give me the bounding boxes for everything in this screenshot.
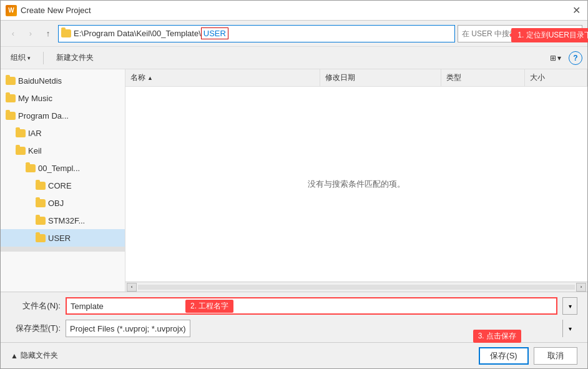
sidebar-item-keil[interactable]: Keil bbox=[1, 142, 125, 159]
address-bar: ‹ › ↑ E:\Program Data\Keil\00_Template\U… bbox=[1, 21, 587, 47]
sidebar-item-core[interactable]: CORE bbox=[1, 177, 125, 194]
sidebar: BaiduNetdis My Music Program Da... IAR K… bbox=[1, 69, 125, 292]
footer-row: ▲ 隐藏文件夹 3. 点击保存 保存(S) 取消 bbox=[1, 342, 587, 368]
sort-icon: ▲ bbox=[147, 75, 153, 81]
toolbar-row: 组织 ▾ 新建文件夹 ⊞ ▾ ? bbox=[1, 47, 587, 69]
filename-row: 文件名(N): ▾ 2. 工程名字 bbox=[11, 297, 577, 315]
sidebar-item-label: Keil bbox=[28, 146, 42, 155]
address-path: E:\Program Data\Keil\00_Template\USER bbox=[74, 29, 452, 38]
chevron-down-icon-view: ▾ bbox=[557, 54, 561, 62]
view-icon: ⊞ bbox=[550, 54, 556, 62]
address-pre: E:\Program Data\Keil\00_Template\ bbox=[74, 29, 201, 38]
main-area: BaiduNetdis My Music Program Da... IAR K… bbox=[1, 69, 587, 292]
scroll-right-button[interactable]: › bbox=[576, 283, 586, 292]
cancel-button[interactable]: 取消 bbox=[534, 347, 577, 365]
file-panel: 名称 ▲ 修改日期 类型 大小 没有与搜索条件匹配的项。 ‹ bbox=[125, 69, 587, 292]
sidebar-item-label: My Music bbox=[18, 94, 52, 103]
sidebar-item-label: OBJ bbox=[48, 199, 64, 208]
sidebar-item-label: BaiduNetdis bbox=[18, 76, 62, 86]
view-button[interactable]: ⊞ ▾ bbox=[546, 50, 565, 66]
app-icon: W bbox=[6, 5, 17, 16]
sidebar-item-iar[interactable]: IAR bbox=[1, 124, 125, 142]
sidebar-item-label: IAR bbox=[28, 129, 42, 138]
folder-icon bbox=[6, 94, 16, 102]
sidebar-item-label: USER bbox=[48, 234, 71, 243]
up-button[interactable]: ↑ bbox=[41, 26, 56, 41]
folder-icon bbox=[6, 77, 16, 85]
folder-icon bbox=[36, 234, 46, 242]
sidebar-item-label: CORE bbox=[48, 181, 72, 190]
annotation-2: 2. 工程名字 bbox=[185, 300, 233, 313]
sidebar-item-label: STM32F... bbox=[48, 216, 85, 225]
save-button[interactable]: 保存(S) bbox=[479, 347, 529, 365]
empty-message: 没有与搜索条件匹配的项。 bbox=[125, 87, 587, 282]
sidebar-item-label: Program Da... bbox=[18, 111, 69, 121]
folder-icon bbox=[36, 199, 46, 207]
address-highlight: USER bbox=[201, 27, 228, 39]
action-buttons: 3. 点击保存 保存(S) 取消 bbox=[479, 347, 577, 365]
annotation-1: 1. 定位到USER目录下 bbox=[511, 28, 588, 42]
sidebar-item-stm32f[interactable]: STM32F... bbox=[1, 212, 125, 229]
scroll-left-button[interactable]: ‹ bbox=[127, 283, 137, 292]
chevron-up-icon: ▲ bbox=[11, 352, 18, 360]
filetype-select[interactable]: Project Files (*.uvproj; *.uvprojx) bbox=[66, 320, 190, 337]
scroll-track bbox=[138, 285, 575, 290]
separator bbox=[43, 52, 44, 64]
sidebar-item-obj[interactable]: OBJ bbox=[1, 194, 125, 212]
filetype-dropdown-arrow: ▾ bbox=[562, 320, 577, 337]
forward-button[interactable]: › bbox=[23, 26, 38, 41]
sidebar-item-label: 00_Templ... bbox=[38, 164, 80, 173]
folder-icon bbox=[16, 147, 26, 155]
col-date[interactable]: 修改日期 bbox=[320, 69, 441, 86]
folder-icon bbox=[61, 29, 71, 37]
filetype-label: 保存类型(T): bbox=[11, 323, 61, 334]
annotation-3: 3. 点击保存 bbox=[473, 330, 521, 343]
new-folder-button[interactable]: 新建文件夹 bbox=[51, 50, 99, 66]
sidebar-item-program-da[interactable]: Program Da... bbox=[1, 107, 125, 124]
sidebar-item-baidunetdis[interactable]: BaiduNetdis bbox=[1, 72, 125, 89]
organize-button[interactable]: 组织 ▾ bbox=[6, 50, 36, 66]
address-box[interactable]: E:\Program Data\Keil\00_Template\USER 1.… bbox=[58, 25, 455, 42]
sidebar-item-user[interactable]: USER bbox=[1, 229, 125, 247]
folder-icon bbox=[26, 164, 36, 172]
filename-label: 文件名(N): bbox=[11, 300, 61, 312]
chevron-down-icon: ▾ bbox=[27, 55, 31, 61]
help-button[interactable]: ? bbox=[569, 51, 582, 65]
dialog-window: W Create New Project ✕ ‹ › ↑ E:\Program … bbox=[0, 0, 588, 369]
back-button[interactable]: ‹ bbox=[6, 26, 21, 41]
folder-icon bbox=[36, 182, 46, 190]
hide-folders-button[interactable]: ▲ 隐藏文件夹 bbox=[11, 350, 58, 361]
horizontal-scrollbar[interactable]: ‹ › bbox=[125, 282, 587, 292]
file-header: 名称 ▲ 修改日期 类型 大小 bbox=[125, 69, 587, 87]
title-bar: W Create New Project ✕ bbox=[1, 1, 587, 21]
toolbar-right: ⊞ ▾ ? bbox=[546, 50, 582, 66]
col-size[interactable]: 大小 bbox=[525, 69, 587, 86]
close-button[interactable]: ✕ bbox=[570, 4, 582, 17]
folder-icon bbox=[36, 217, 46, 225]
sidebar-item-my-music[interactable]: My Music bbox=[1, 89, 125, 107]
folder-icon bbox=[16, 129, 26, 137]
col-name[interactable]: 名称 ▲ bbox=[125, 69, 320, 86]
filename-dropdown-arrow[interactable]: ▾ bbox=[562, 297, 577, 315]
col-type[interactable]: 类型 bbox=[441, 69, 526, 86]
sidebar-item-00templ[interactable]: 00_Templ... bbox=[1, 159, 125, 177]
filename-input[interactable] bbox=[66, 297, 557, 315]
scroll-indicator bbox=[1, 247, 125, 252]
window-title: Create New Project bbox=[21, 6, 570, 15]
folder-icon bbox=[6, 112, 16, 120]
